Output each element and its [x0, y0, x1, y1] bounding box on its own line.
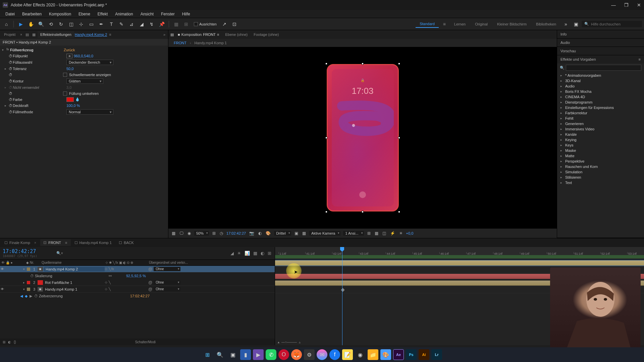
- pen-tool[interactable]: ✒: [97, 20, 106, 28]
- panel-menu-icon[interactable]: ≡: [639, 57, 641, 61]
- twirl-nicht[interactable]: ▸: [5, 86, 8, 89]
- sel-handle-br[interactable]: [398, 211, 400, 213]
- sw-shy-1[interactable]: ⊹: [105, 267, 107, 271]
- dropdown-fuellauswahl[interactable]: Deckender Bereich: [66, 60, 113, 65]
- effect-reset[interactable]: Zurück: [64, 48, 75, 52]
- tl-zoom-out[interactable]: ▴: [278, 340, 279, 344]
- views-select[interactable]: 1 Ansi...: [343, 231, 364, 236]
- panel-effects-presets[interactable]: Effekte und Vorgaben≡: [557, 55, 644, 63]
- pan-behind-tool[interactable]: ⊹: [77, 20, 86, 28]
- tab-target[interactable]: Handy.mp4 Komp 2: [75, 33, 107, 37]
- puppet-tool[interactable]: 📌: [157, 20, 166, 28]
- tl-search-icon[interactable]: 🔍▾: [56, 251, 63, 255]
- panel-overflow[interactable]: »: [162, 33, 167, 37]
- sw-collapse-2[interactable]: ╲: [109, 281, 111, 284]
- vf-time-icon[interactable]: ◷: [219, 231, 224, 236]
- tl-motion-blur-icon[interactable]: ◐: [261, 251, 264, 256]
- comp-flow-icon[interactable]: ▤: [170, 33, 174, 37]
- taskbar-paint[interactable]: 🎨: [380, 349, 391, 360]
- layer-twirl-3[interactable]: ▾: [21, 288, 26, 291]
- menu-animation[interactable]: Animation: [112, 11, 136, 17]
- fx-badge[interactable]: fx: [5, 48, 10, 52]
- help-search[interactable]: 🔍: [582, 21, 642, 27]
- effect-category[interactable]: Kanäle: [557, 132, 644, 137]
- vf-channel-icon[interactable]: ◐: [258, 231, 262, 236]
- track-1[interactable]: [275, 260, 644, 266]
- playhead[interactable]: [342, 247, 342, 345]
- parent-select-3[interactable]: Ohne: [154, 287, 180, 291]
- stopwatch-farbe[interactable]: ⏱: [8, 97, 13, 102]
- effect-name[interactable]: Füllwerkzeug: [10, 48, 64, 52]
- maximize-button[interactable]: ❐: [624, 3, 629, 7]
- panel-vorschau[interactable]: Vorschau: [557, 47, 644, 55]
- tl-tab-komp1[interactable]: Handy.mp4 Komp 1: [71, 239, 115, 246]
- panel-icon-2[interactable]: ▦: [31, 33, 37, 37]
- vf-guides-icon[interactable]: ▦: [374, 231, 379, 236]
- time-ruler[interactable]: 1:14f41:14f42:14f43:14f44:14f45:14f46:14…: [275, 247, 644, 260]
- tl-toggle-3[interactable]: {}: [14, 340, 16, 344]
- breadcrumb-komp1[interactable]: Handy.mp4 Komp 1: [195, 41, 227, 45]
- val-skalierung[interactable]: 92,5,92,5 %: [126, 274, 146, 278]
- effect-category[interactable]: Rauschen und Korn: [557, 164, 644, 169]
- tl-shy-icon[interactable]: ◢: [230, 251, 234, 256]
- point-picker-icon[interactable]: ⊕: [66, 54, 72, 58]
- vf-res-icon[interactable]: ⊞: [212, 231, 216, 236]
- panel-menu-icon[interactable]: ≡: [108, 33, 112, 37]
- effect-category[interactable]: Keying: [557, 137, 644, 142]
- keyframe-nav-prev[interactable]: ◀: [20, 294, 25, 298]
- sw-fx-1[interactable]: fx: [111, 267, 114, 271]
- dropdown-fuellmethode[interactable]: Normal: [66, 109, 113, 115]
- sel-handle-ml[interactable]: [325, 137, 327, 139]
- phone-layer[interactable]: 🔒 17:03 ⊕: [327, 64, 399, 212]
- tab-effekteinstellungen[interactable]: Effekteinstellungen: [38, 31, 74, 38]
- home-button[interactable]: ⌂: [2, 20, 11, 28]
- brush-tool[interactable]: ✎: [117, 20, 126, 28]
- comp-tab-ebene[interactable]: Ebene (ohne): [223, 31, 250, 38]
- stopwatch-kontur[interactable]: ⏱: [8, 79, 13, 83]
- taskbar-whatsapp[interactable]: ✆: [266, 349, 276, 360]
- vf-3d-icon[interactable]: ◫: [382, 231, 387, 236]
- effect-category[interactable]: Immersives Video: [557, 126, 644, 132]
- tl-zoom-in[interactable]: ▵: [299, 340, 301, 344]
- workspace-kleiner[interactable]: Kleiner Bildschirm: [493, 21, 531, 27]
- tl-tab-front[interactable]: FRONT≡: [40, 239, 70, 246]
- text-tool[interactable]: T: [107, 20, 116, 28]
- hand-tool[interactable]: ✋: [26, 20, 35, 28]
- zoom-tool[interactable]: 🔍: [37, 20, 45, 28]
- tl-toggle-2[interactable]: ◐: [8, 340, 11, 344]
- selection-tool[interactable]: ▶: [16, 20, 25, 28]
- parent-pick-1[interactable]: @: [148, 267, 152, 272]
- checkbox-umkehren[interactable]: [63, 92, 67, 96]
- effect-category[interactable]: Simulation: [557, 169, 644, 175]
- menu-bearbeiten[interactable]: Bearbeiten: [19, 11, 45, 17]
- effect-category[interactable]: * Animationsvorgaben: [557, 73, 644, 78]
- tl-footer-label[interactable]: Schalter/Modi: [135, 340, 156, 344]
- layer-row-1[interactable]: 👁 ▾ 1 ▣ Handy.mp4 Komp 2 ⊹╲fx @Ohne: [0, 266, 275, 273]
- taskbar-notes[interactable]: 📝: [342, 349, 353, 360]
- help-search-input[interactable]: [591, 22, 639, 26]
- layer-row-3[interactable]: 👁 ▾ 3 ▣ Handy.mp4 Komp 1 ⊹╲ @Ohne: [0, 286, 275, 293]
- link-icon[interactable]: ⚯: [109, 274, 126, 278]
- val-zeitverzerrung[interactable]: 17:02:42:27: [130, 294, 150, 298]
- tl-toggle-1[interactable]: ⊞: [3, 340, 5, 344]
- vf-display-icon[interactable]: 🖵: [179, 231, 184, 236]
- layer-name-2[interactable]: Rot Farbfläche 1: [44, 281, 105, 285]
- vf-alpha-icon[interactable]: ▦: [171, 231, 176, 236]
- layer-1-skalierung[interactable]: ⏱ Skalierung ⚯ 92,5,92,5 %: [0, 273, 275, 279]
- parent-pick-3[interactable]: @: [148, 287, 152, 292]
- workspace-bibliotheken[interactable]: Bibliotheken: [532, 21, 560, 27]
- mesh-icon[interactable]: ⊞: [182, 20, 191, 28]
- vf-draft-icon[interactable]: ⚡: [389, 231, 396, 236]
- tl-zoom-slider[interactable]: —○———: [281, 340, 297, 344]
- minimize-button[interactable]: —: [611, 3, 616, 7]
- effect-category[interactable]: Maske: [557, 148, 644, 153]
- vf-color-icon[interactable]: 🎨: [265, 231, 271, 236]
- effect-category[interactable]: CINEMA 4D: [557, 94, 644, 100]
- taskbar-obs[interactable]: ◉: [355, 349, 366, 360]
- parent-pick-2[interactable]: @: [148, 280, 152, 285]
- sw-shy-3[interactable]: ⊹: [105, 287, 107, 291]
- roto-tool[interactable]: ↯: [147, 20, 156, 28]
- panel-audio[interactable]: Audio: [557, 39, 644, 47]
- snap-icon[interactable]: ▦: [172, 20, 180, 28]
- effect-category[interactable]: Perspektive: [557, 159, 644, 164]
